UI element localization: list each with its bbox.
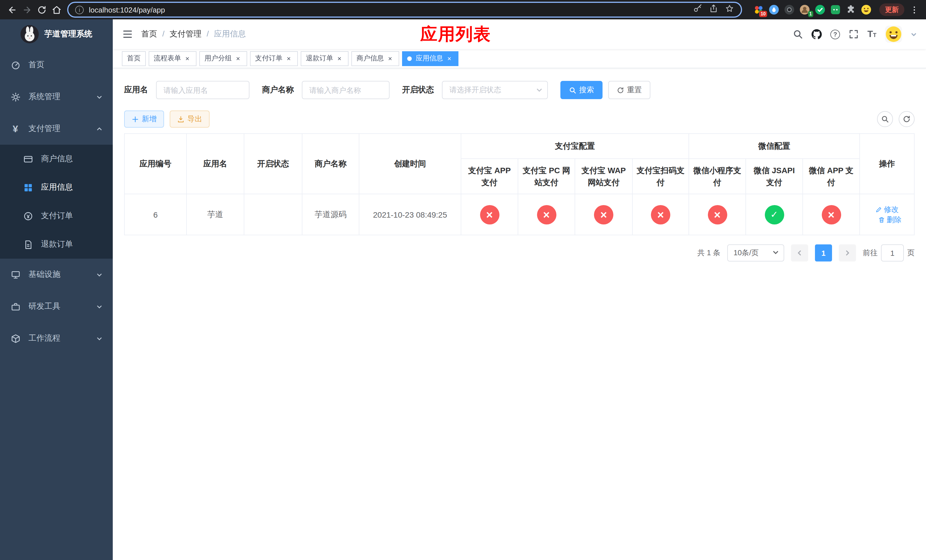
app-logo[interactable]: 芋道管理系统	[0, 20, 113, 49]
sidebar-item-home[interactable]: 首页	[0, 49, 113, 81]
sidebar-item-label: 系统管理	[29, 92, 61, 102]
tab-app-info[interactable]: 应用信息 ×	[402, 51, 458, 66]
goto-page-input[interactable]	[881, 244, 904, 262]
sidebar-item-payment[interactable]: ¥ 支付管理	[0, 113, 113, 145]
export-button[interactable]: 导出	[170, 110, 210, 128]
page-title-annotation: 应用列表	[420, 25, 491, 43]
cell-created-time: 2021-10-23 08:49:25	[359, 194, 461, 235]
tab-pay-order[interactable]: 支付订单 ×	[250, 51, 298, 66]
url-text[interactable]: localhost:1024/pay/app	[89, 5, 693, 14]
sidebar-item-label: 研发工具	[29, 301, 61, 312]
page-number-button[interactable]: 1	[815, 244, 832, 262]
sidebar-item-refund-order[interactable]: 退款订单	[0, 230, 113, 259]
edit-button[interactable]: 修改	[875, 204, 899, 215]
cell-app-name: 芋道	[186, 194, 244, 235]
config-status-icon	[651, 205, 670, 224]
tab-refund-order[interactable]: 退款订单 ×	[301, 51, 348, 66]
app-name-input[interactable]	[156, 81, 250, 99]
extension-check-icon[interactable]	[815, 5, 825, 15]
tab-merchant-info[interactable]: 商户信息 ×	[351, 51, 399, 66]
breadcrumb-home[interactable]: 首页	[141, 29, 157, 39]
sidebar-item-system[interactable]: 系统管理	[0, 81, 113, 113]
extension-grid-icon[interactable]: 10	[754, 5, 764, 15]
app-title: 芋道管理系统	[44, 29, 92, 39]
extensions-area: 10 1	[754, 5, 872, 15]
share-icon[interactable]	[709, 4, 718, 15]
close-icon[interactable]: ×	[234, 54, 242, 62]
extension-emoji-icon[interactable]	[861, 5, 872, 15]
app-table: 应用编号 应用名 开启状态 商户名称 创建时间 支付宝配置 微信配置 操作 支付…	[124, 133, 915, 235]
status-select[interactable]: 请选择开启状态	[442, 81, 548, 99]
delete-button[interactable]: 删除	[878, 215, 902, 225]
toolbox-icon	[10, 301, 21, 312]
fullscreen-icon[interactable]	[849, 29, 859, 39]
prev-page-button[interactable]	[791, 244, 808, 262]
tab-home[interactable]: 首页	[122, 51, 146, 66]
extension-chat-icon[interactable]	[830, 5, 841, 15]
search-button[interactable]: 搜索	[560, 81, 602, 99]
sidebar-item-workflow[interactable]: 工作流程	[0, 322, 113, 354]
close-icon[interactable]: ×	[386, 54, 394, 62]
tab-user-group[interactable]: 用户分组 ×	[199, 51, 247, 66]
sidebar-item-pay-order[interactable]: 支付订单	[0, 202, 113, 230]
site-info-icon[interactable]: i	[75, 5, 84, 14]
password-key-icon[interactable]	[693, 4, 702, 15]
tabs-bar: 首页 流程表单 × 用户分组 × 支付订单 × 退款订单 ×	[113, 49, 926, 68]
close-icon[interactable]: ×	[445, 54, 453, 62]
merchant-name-label: 商户名称	[262, 85, 294, 95]
table-row: 6 芋道 芋道源码 2021-10-23 08:49:25	[124, 194, 914, 235]
bookmark-star-icon[interactable]	[725, 4, 734, 15]
sidebar-item-infra[interactable]: 基础设施	[0, 259, 113, 291]
extension-drop-icon[interactable]	[769, 5, 779, 15]
sidebar-item-merchant-info[interactable]: 商户信息	[0, 145, 113, 173]
config-status-icon	[537, 205, 556, 224]
breadcrumb-payment[interactable]: 支付管理	[157, 29, 201, 39]
edit-button-label: 修改	[884, 204, 899, 215]
sidebar-item-app-info[interactable]: 应用信息	[0, 173, 113, 202]
toggle-search-icon[interactable]	[877, 111, 893, 127]
close-icon[interactable]: ×	[285, 54, 293, 62]
sidebar-item-dev-tools[interactable]: 研发工具	[0, 291, 113, 322]
next-page-button[interactable]	[839, 244, 856, 262]
payment-submenu: 商户信息 应用信息 支付订单	[0, 145, 113, 259]
caret-down-icon[interactable]	[911, 31, 917, 37]
hamburger-icon[interactable]	[122, 29, 133, 40]
extension-puzzle-icon[interactable]	[846, 5, 856, 15]
add-button[interactable]: 新增	[124, 110, 164, 128]
goto-unit-label: 页	[907, 248, 915, 258]
chevron-down-icon	[96, 335, 103, 342]
github-icon[interactable]	[811, 29, 822, 39]
sidebar-item-label: 支付管理	[29, 124, 61, 134]
column-header: 应用名	[186, 133, 244, 194]
config-status-icon	[594, 205, 613, 224]
close-icon[interactable]: ×	[336, 54, 343, 62]
refresh-icon[interactable]	[899, 111, 915, 127]
browser-update-button[interactable]: 更新	[879, 3, 904, 16]
help-icon[interactable]: ?	[830, 29, 840, 39]
page-size-select[interactable]: 10条/页	[727, 244, 784, 262]
browser-forward-button[interactable]	[20, 2, 34, 17]
merchant-name-input[interactable]	[302, 81, 390, 99]
sidebar-item-label: 支付订单	[41, 211, 73, 221]
extension-avatar-icon[interactable]: 1	[800, 5, 810, 15]
font-size-icon[interactable]: TT	[867, 30, 876, 39]
tab-process-form[interactable]: 流程表单 ×	[149, 51, 197, 66]
filter-form: 应用名 商户名称 开启状态 请选择开启状态	[124, 81, 915, 99]
browser-back-button[interactable]	[5, 2, 20, 17]
extension-badge: 1	[808, 11, 813, 17]
tab-label: 支付订单	[255, 53, 283, 63]
browser-reload-button[interactable]	[34, 2, 49, 17]
address-bar[interactable]: i localhost:1024/pay/app	[67, 2, 742, 18]
config-status-icon	[822, 205, 841, 224]
extension-badge: 10	[759, 11, 767, 17]
column-group-wechat: 微信配置	[689, 133, 859, 159]
sidebar-item-label: 首页	[29, 60, 44, 70]
browser-home-button[interactable]	[49, 2, 64, 17]
search-icon[interactable]	[793, 29, 803, 39]
extension-dark-circle-icon[interactable]	[784, 5, 794, 15]
browser-menu-icon[interactable]	[906, 2, 921, 17]
close-icon[interactable]: ×	[183, 54, 191, 62]
reset-button[interactable]: 重置	[608, 81, 651, 99]
column-header: 操作	[859, 133, 914, 194]
user-avatar[interactable]	[885, 26, 902, 43]
